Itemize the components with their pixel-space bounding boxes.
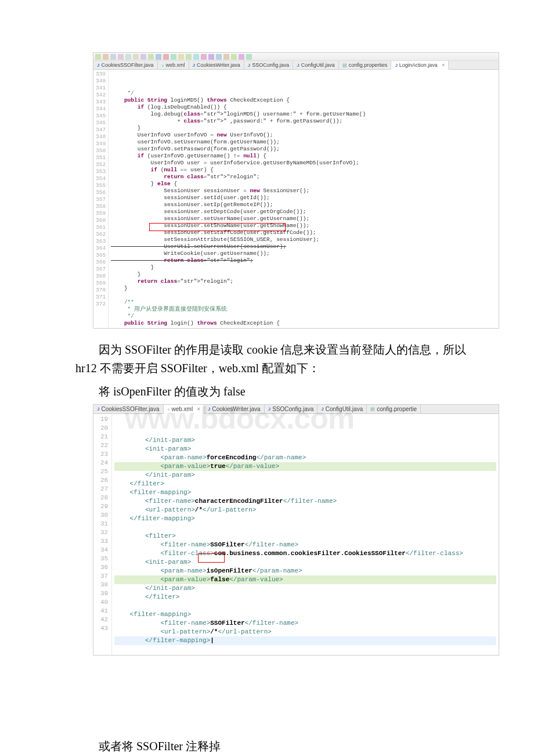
ide2-tabbar: JCookiesSSOFilter.java ⬦web.xml× JCookie…: [93, 405, 499, 414]
ide1-tab-4[interactable]: JConfigUtil.java: [293, 61, 338, 69]
ide1-tab-6[interactable]: JLoginAction.java×: [391, 61, 449, 70]
java-icon: J: [248, 63, 250, 68]
paragraph-1: 因为 SSOFilter 的作用是读取 cookie 信息来设置当前登陆人的信息…: [0, 340, 534, 377]
ide1-tab-1[interactable]: ⬦web.xml: [158, 61, 189, 69]
xml-icon: ⬦: [167, 406, 170, 412]
java-icon: J: [193, 63, 195, 68]
ide2-code-area: 1920212223242526272829303132333435363738…: [93, 414, 499, 655]
java-icon: J: [297, 63, 299, 68]
java-icon: J: [268, 406, 270, 412]
paragraph-3: 或者将 SSOFilter 注释掉: [0, 737, 534, 755]
ide2-tab-1[interactable]: ⬦web.xml×: [164, 405, 205, 414]
java-icon: J: [321, 406, 323, 412]
ide1-tab-0[interactable]: JCookiesSSOFilter.java: [93, 61, 158, 69]
close-icon[interactable]: ×: [442, 62, 445, 68]
ide-screenshot-2: JCookiesSSOFilter.java ⬦web.xml× JCookie…: [93, 404, 499, 656]
java-icon: J: [97, 406, 99, 412]
ide1-tab-3[interactable]: JSSOConfig.java: [244, 61, 294, 69]
ide1-code[interactable]: */ public String loginMD5() throws Check…: [109, 70, 499, 328]
java-icon: J: [208, 406, 210, 412]
ide1-tab-5[interactable]: ▤config.properties: [339, 61, 392, 69]
ide2-tab-2[interactable]: JCookiesWriter.java: [204, 405, 265, 413]
ide2-tab-4[interactable]: JConfigUtil.java: [317, 405, 367, 413]
ide1-tab-2[interactable]: JCookiesWriter.java: [189, 61, 244, 69]
java-icon: J: [97, 63, 99, 68]
ide1-tabbar: JCookiesSSOFilter.java ⬦web.xml JCookies…: [93, 61, 499, 70]
paragraph-2: 将 isOpenFilter 的值改为 false: [0, 382, 534, 401]
xml-icon: ⬦: [161, 63, 164, 68]
ide-toolbar: [93, 53, 499, 61]
close-icon[interactable]: ×: [197, 406, 200, 412]
ide1-code-area: 3393403413423433443453463473483493503513…: [93, 70, 499, 328]
ide2-gutter: 1920212223242526272829303132333435363738…: [93, 414, 112, 655]
ide2-tab-5[interactable]: ▤config.propertie: [367, 405, 421, 413]
ide2-tab-0[interactable]: JCookiesSSOFilter.java: [93, 405, 164, 413]
ide-screenshot-1: JCookiesSSOFilter.java ⬦web.xml JCookies…: [93, 52, 499, 329]
ide1-gutter: 3393403413423433443453463473483493503513…: [93, 70, 109, 328]
ide2-code[interactable]: </init-param> <init-param> <param-name>f…: [112, 414, 499, 655]
java-icon: J: [395, 63, 397, 68]
props-icon: ▤: [342, 63, 347, 68]
props-icon: ▤: [370, 406, 375, 412]
ide2-tab-3[interactable]: JSSOConfig.java: [265, 405, 318, 413]
